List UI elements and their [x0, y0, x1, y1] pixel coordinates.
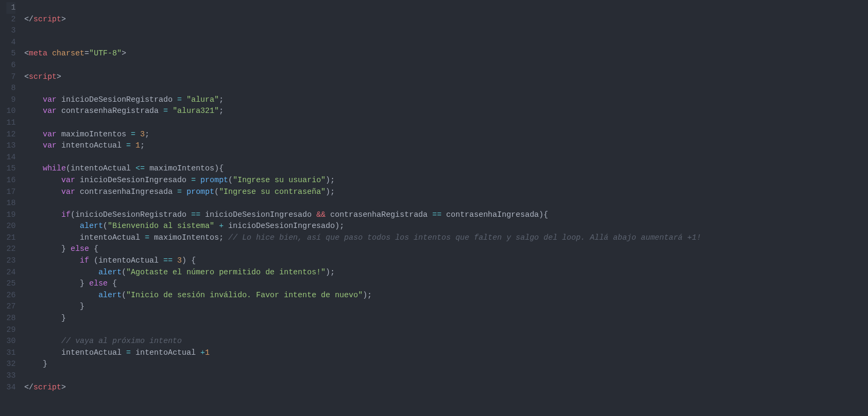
line-number: 8	[6, 83, 15, 94]
line-number: 11	[6, 117, 15, 129]
code-line[interactable]: var contrasenhaRegistrada = "alura321";	[24, 105, 868, 117]
line-number: 31	[6, 347, 15, 359]
code-line[interactable]	[24, 117, 868, 129]
line-number: 12	[6, 129, 15, 141]
code-line[interactable]	[24, 60, 868, 71]
code-line[interactable]: var inicioDeSesionIngresado = prompt("In…	[24, 175, 868, 186]
line-number: 23	[6, 255, 15, 267]
code-line[interactable]: intentoActual = intentoActual +1	[24, 347, 868, 359]
line-number: 26	[6, 290, 15, 301]
line-number: 27	[6, 301, 15, 313]
code-line[interactable]: var intentoActual = 1;	[24, 140, 868, 152]
line-number: 10	[6, 105, 15, 117]
code-line[interactable]	[24, 198, 868, 209]
code-line[interactable]: while(intentoActual <= maximoIntentos){	[24, 163, 868, 175]
line-number: 16	[6, 175, 15, 186]
line-number: 4	[6, 37, 15, 48]
line-number: 7	[6, 71, 15, 83]
line-number: 24	[6, 267, 15, 279]
line-number-gutter: 1 2 3 4 5 6 7 8 9 10 11 12 13 14 15 16 1…	[0, 0, 20, 416]
code-line[interactable]	[24, 324, 868, 336]
code-line[interactable]: </script>	[24, 14, 868, 26]
code-line[interactable]: intentoActual = maximoIntentos; // Lo hi…	[24, 232, 868, 244]
line-number: 18	[6, 198, 15, 209]
code-line[interactable]: alert("Inicio de sesión inválido. Favor …	[24, 290, 868, 301]
code-line[interactable]: }	[24, 301, 868, 313]
code-line[interactable]: } else {	[24, 243, 868, 255]
line-number: 25	[6, 278, 15, 290]
line-number: 9	[6, 94, 15, 106]
line-number: 22	[6, 243, 15, 255]
code-line[interactable]: if (intentoActual == 3) {	[24, 255, 868, 267]
line-number: 30	[6, 336, 15, 347]
code-line[interactable]: } else {	[24, 278, 868, 290]
code-line[interactable]: }	[24, 358, 868, 370]
line-number: 20	[6, 221, 15, 232]
line-number: 14	[6, 152, 15, 164]
code-line[interactable]: var maximoIntentos = 3;	[24, 129, 868, 141]
line-number: 1	[6, 2, 15, 14]
line-number: 32	[6, 358, 15, 370]
code-line[interactable]: // vaya al próximo intento	[24, 336, 868, 347]
code-line[interactable]: var contrasenhaIngresada = prompt("Ingre…	[24, 186, 868, 198]
line-number: 3	[6, 25, 15, 37]
line-number: 28	[6, 313, 15, 324]
line-number: 21	[6, 232, 15, 244]
code-line[interactable]: var inicioDeSesionRegistrado = "alura";	[24, 94, 868, 106]
code-line[interactable]: alert("Agotaste el número permitido de i…	[24, 267, 868, 279]
line-number: 15	[6, 163, 15, 175]
line-number: 2	[6, 14, 15, 26]
code-editor[interactable]: 1 2 3 4 5 6 7 8 9 10 11 12 13 14 15 16 1…	[0, 0, 868, 416]
line-number: 34	[6, 382, 15, 394]
code-content[interactable]: </script> <meta charset="UTF-8"> <script…	[20, 0, 868, 416]
code-line[interactable]	[24, 37, 868, 48]
line-number: 19	[6, 209, 15, 221]
line-number: 5	[6, 48, 15, 60]
line-number: 6	[6, 60, 15, 71]
code-line[interactable]: <script>	[24, 71, 868, 83]
line-number: 29	[6, 324, 15, 336]
code-line[interactable]	[24, 152, 868, 164]
line-number: 33	[6, 370, 15, 382]
code-line[interactable]: </script>	[24, 382, 868, 394]
code-line[interactable]: if(inicioDeSesionRegistrado == inicioDeS…	[24, 209, 868, 221]
code-line[interactable]	[24, 25, 868, 37]
code-line[interactable]	[24, 83, 868, 94]
line-number: 13	[6, 140, 15, 152]
code-line[interactable]: alert("Bienvenido al sistema" + inicioDe…	[24, 221, 868, 232]
code-line[interactable]: }	[24, 313, 868, 324]
code-line[interactable]	[24, 2, 868, 14]
line-number: 17	[6, 186, 15, 198]
code-line[interactable]	[24, 370, 868, 382]
code-line[interactable]: <meta charset="UTF-8">	[24, 48, 868, 60]
